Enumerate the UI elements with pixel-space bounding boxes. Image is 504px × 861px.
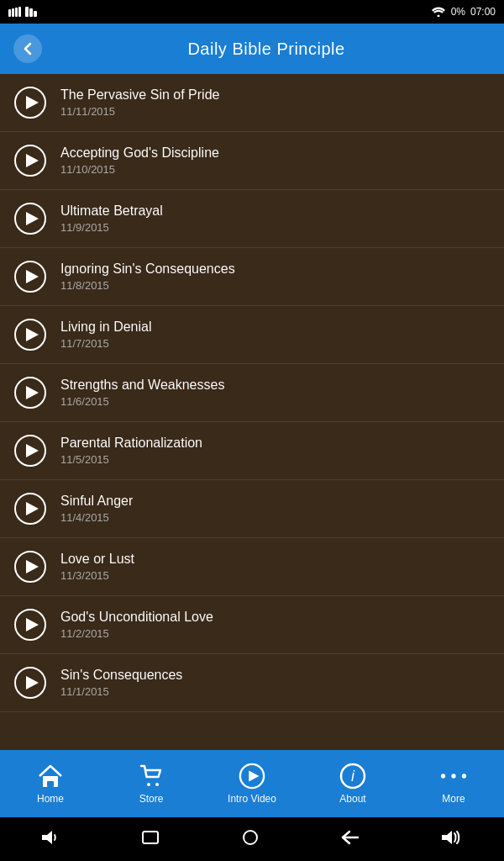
page-title: Daily Bible Principle xyxy=(42,40,491,59)
list-item[interactable]: Parental Rationalization 11/5/2015 xyxy=(0,422,504,480)
svg-marker-9 xyxy=(26,96,39,109)
list-item[interactable]: Strengths and Weaknesses 11/6/2015 xyxy=(0,364,504,422)
svg-point-33 xyxy=(155,783,159,786)
item-date: 11/5/2015 xyxy=(60,453,202,466)
list-item[interactable]: God's Unconditional Love 11/2/2015 xyxy=(0,596,504,654)
play-button[interactable] xyxy=(13,202,47,235)
svg-rect-5 xyxy=(29,8,33,17)
item-title: Sinful Anger xyxy=(60,494,133,509)
svg-marker-23 xyxy=(26,502,39,515)
item-text: Sin's Consequences 11/1/2015 xyxy=(60,668,182,698)
item-title: Strengths and Weaknesses xyxy=(60,378,224,393)
list-item[interactable]: Sin's Consequences 11/1/2015 xyxy=(0,654,504,712)
svg-text:i: i xyxy=(351,768,355,784)
item-title: God's Unconditional Love xyxy=(60,610,213,625)
list-item[interactable]: Ignoring Sin's Consequences 11/8/2015 xyxy=(0,248,504,306)
play-button[interactable] xyxy=(13,144,47,177)
svg-rect-0 xyxy=(8,9,11,17)
nav-intro-video[interactable]: Intro Video xyxy=(202,756,302,811)
play-button[interactable] xyxy=(13,434,47,467)
play-button[interactable] xyxy=(13,666,47,700)
svg-marker-35 xyxy=(249,770,259,781)
list-item[interactable]: Sinful Anger 11/4/2015 xyxy=(0,480,504,538)
nav-home[interactable]: Home xyxy=(0,756,101,811)
episode-list: The Pervasive Sin of Pride 11/11/2015 Ac… xyxy=(0,74,504,750)
svg-marker-29 xyxy=(26,676,39,689)
play-button[interactable] xyxy=(13,608,47,642)
nav-store[interactable]: Store xyxy=(101,756,202,811)
item-text: Ignoring Sin's Consequences 11/8/2015 xyxy=(60,261,235,292)
svg-point-32 xyxy=(147,783,150,786)
svg-marker-44 xyxy=(442,831,452,844)
svg-marker-11 xyxy=(26,154,39,167)
item-title: Ignoring Sin's Consequences xyxy=(60,261,235,277)
item-title: Love or Lust xyxy=(60,552,134,567)
svg-point-43 xyxy=(244,831,257,844)
list-item[interactable]: The Pervasive Sin of Pride 11/11/2015 xyxy=(0,74,504,132)
play-button[interactable] xyxy=(13,550,47,584)
top-bar: Daily Bible Principle xyxy=(0,24,504,74)
svg-rect-31 xyxy=(47,781,54,787)
play-button[interactable] xyxy=(13,318,47,351)
status-left xyxy=(8,7,39,17)
clock: 07:00 xyxy=(470,6,496,18)
play-button[interactable] xyxy=(13,376,47,409)
item-date: 11/1/2015 xyxy=(60,685,182,698)
svg-marker-17 xyxy=(26,328,39,341)
svg-marker-25 xyxy=(26,560,39,573)
back-system-button[interactable] xyxy=(324,823,376,856)
volume-down-button[interactable] xyxy=(24,823,76,856)
item-text: Accepting God's Discipline 11/10/2015 xyxy=(60,145,219,176)
item-title: Sin's Consequences xyxy=(60,668,182,683)
item-text: God's Unconditional Love 11/2/2015 xyxy=(60,610,213,640)
nav-about[interactable]: i About xyxy=(302,756,403,811)
intro-video-icon xyxy=(239,763,265,790)
item-date: 11/3/2015 xyxy=(60,569,134,582)
back-button[interactable] xyxy=(13,34,42,63)
svg-marker-27 xyxy=(26,618,39,631)
store-icon xyxy=(138,763,165,790)
item-text: Parental Rationalization 11/5/2015 xyxy=(60,436,202,466)
list-item[interactable]: Living in Denial 11/7/2015 xyxy=(0,306,504,364)
system-nav xyxy=(0,817,504,861)
home-system-button[interactable] xyxy=(225,822,276,857)
volume-up-button[interactable] xyxy=(424,823,480,856)
store-label: Store xyxy=(139,793,164,805)
svg-rect-4 xyxy=(25,7,29,17)
recents-button[interactable] xyxy=(124,823,176,856)
svg-marker-13 xyxy=(26,212,39,225)
play-button[interactable] xyxy=(13,260,47,293)
list-item[interactable]: Ultimate Betrayal 11/9/2015 xyxy=(0,190,504,248)
nav-more[interactable]: More xyxy=(403,756,504,811)
play-button[interactable] xyxy=(13,492,47,526)
item-title: Accepting God's Discipline xyxy=(60,145,219,161)
item-title: Parental Rationalization xyxy=(60,436,202,451)
svg-point-38 xyxy=(441,774,445,778)
item-date: 11/10/2015 xyxy=(60,163,219,176)
about-label: About xyxy=(339,793,365,805)
about-icon: i xyxy=(339,763,366,790)
item-text: The Pervasive Sin of Pride 11/11/2015 xyxy=(60,87,219,118)
svg-rect-3 xyxy=(18,7,21,17)
play-button[interactable] xyxy=(13,86,47,119)
item-text: Love or Lust 11/3/2015 xyxy=(60,552,134,582)
item-text: Strengths and Weaknesses 11/6/2015 xyxy=(60,378,224,408)
status-bar: 0% 07:00 xyxy=(0,0,504,24)
item-text: Living in Denial 11/7/2015 xyxy=(60,320,152,350)
more-label: More xyxy=(442,793,465,805)
status-right: 0% 07:00 xyxy=(431,6,496,18)
list-item[interactable]: Love or Lust 11/3/2015 xyxy=(0,538,504,596)
svg-marker-21 xyxy=(26,444,39,457)
svg-marker-15 xyxy=(26,270,39,283)
svg-rect-2 xyxy=(15,8,18,17)
intro-video-label: Intro Video xyxy=(228,793,276,805)
item-date: 11/6/2015 xyxy=(60,395,224,408)
svg-marker-19 xyxy=(26,386,39,399)
item-text: Ultimate Betrayal 11/9/2015 xyxy=(60,203,163,234)
item-date: 11/2/2015 xyxy=(60,627,213,640)
item-date: 11/4/2015 xyxy=(60,511,133,524)
svg-marker-41 xyxy=(42,831,52,844)
svg-rect-42 xyxy=(143,832,158,843)
svg-point-7 xyxy=(437,15,439,18)
list-item[interactable]: Accepting God's Discipline 11/10/2015 xyxy=(0,132,504,190)
